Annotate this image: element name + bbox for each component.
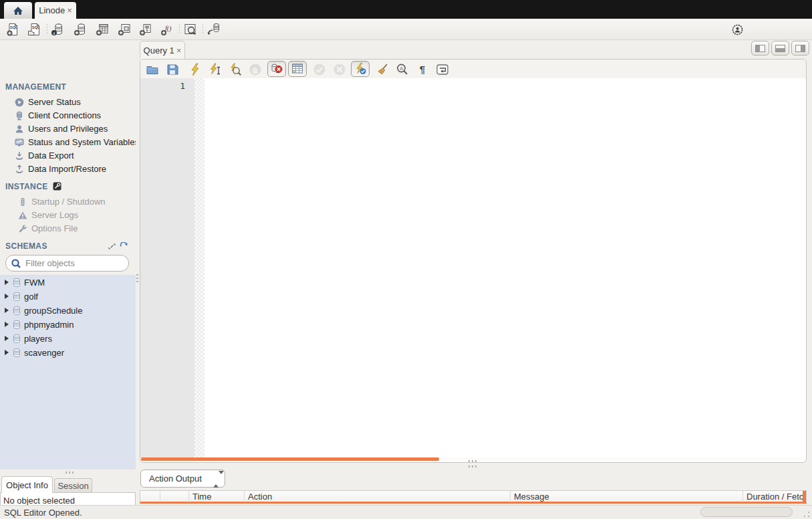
output-splitter-handle[interactable] xyxy=(468,465,478,468)
create-view-icon[interactable] xyxy=(117,22,132,37)
sidebar: MANAGEMENT Server Status Client Connecti… xyxy=(0,40,136,505)
search-table-data-icon[interactable] xyxy=(183,22,198,37)
limit-rows-icon xyxy=(291,62,304,76)
stop-icon[interactable] xyxy=(249,63,262,76)
tab-session[interactable]: Session xyxy=(54,478,92,493)
server-status-icon xyxy=(15,98,24,107)
find-icon[interactable]: A xyxy=(396,63,409,76)
schema-name: players xyxy=(24,332,52,346)
connection-tab-label: Linode xyxy=(39,5,65,15)
svg-text:i: i xyxy=(53,31,55,35)
sidebar-item-options-file[interactable]: Options File xyxy=(0,222,136,235)
refresh-icon[interactable] xyxy=(119,242,128,251)
create-procedure-icon[interactable] xyxy=(138,22,153,37)
user-gear-icon[interactable] xyxy=(731,23,746,38)
create-table-icon[interactable] xyxy=(95,22,110,37)
tab-query-1[interactable]: Query 1 × xyxy=(140,41,185,59)
sidebar-item-client-connections[interactable]: Client Connections xyxy=(0,109,136,122)
expand-arrow-icon[interactable] xyxy=(5,322,9,327)
output-splitter-handle[interactable] xyxy=(468,460,478,462)
execute-icon[interactable] xyxy=(188,63,202,76)
sql-editor-toolbar: A ¶ xyxy=(140,60,806,78)
column-header-icon[interactable] xyxy=(140,491,160,502)
rollback-icon[interactable] xyxy=(333,63,346,76)
toggle-left-panel-button[interactable] xyxy=(751,41,769,56)
show-invisibles-icon[interactable]: ¶ xyxy=(416,63,429,76)
database-info-icon[interactable]: i xyxy=(50,22,65,37)
schema-row-fwm[interactable]: FWM xyxy=(0,276,136,290)
reconnect-dbms-icon[interactable] xyxy=(207,22,221,37)
beautify-icon[interactable] xyxy=(376,63,389,76)
column-header-time[interactable]: Time xyxy=(188,491,244,502)
resize-grip-icon[interactable] xyxy=(803,511,810,518)
sidebar-item-users-privileges[interactable]: Users and Privileges xyxy=(0,122,136,136)
execute-current-statement-icon[interactable] xyxy=(209,63,222,76)
left-panel-icon xyxy=(755,45,765,52)
sidebar-item-server-status[interactable]: Server Status xyxy=(0,96,136,109)
schema-name: golf xyxy=(24,290,38,304)
schema-row-phpmyadmin[interactable]: phpmyadmin xyxy=(0,318,136,332)
toggle-right-panel-button[interactable] xyxy=(791,41,809,56)
search-icon xyxy=(11,258,22,270)
expand-arrow-icon[interactable] xyxy=(5,280,9,285)
expand-icon[interactable] xyxy=(108,242,116,251)
instance-section-title: INSTANCE xyxy=(5,182,61,191)
save-icon[interactable] xyxy=(166,63,179,76)
line-number: 1 xyxy=(180,81,185,91)
explain-icon[interactable] xyxy=(229,63,242,76)
column-header-index[interactable] xyxy=(160,491,188,502)
open-sql-script-icon[interactable]: SQL xyxy=(27,22,41,37)
object-info-text: No object selected xyxy=(3,496,75,505)
schema-icon xyxy=(12,278,21,288)
column-header-duration[interactable]: Duration / Fetch xyxy=(742,491,803,502)
sidebar-item-server-logs[interactable]: Server Logs xyxy=(0,209,136,222)
open-file-icon[interactable] xyxy=(146,63,159,76)
right-panel-icon xyxy=(795,45,805,52)
limit-rows-button[interactable] xyxy=(288,61,307,77)
toggle-bottom-panel-button[interactable] xyxy=(771,41,789,56)
schema-filter-input[interactable] xyxy=(25,257,124,270)
schema-row-golf[interactable]: golf xyxy=(0,290,136,304)
expand-arrow-icon[interactable] xyxy=(5,308,9,313)
stop-on-error-icon xyxy=(270,62,283,76)
spinner-icon[interactable] xyxy=(213,474,219,484)
close-icon[interactable]: × xyxy=(176,46,182,55)
expand-arrow-icon[interactable] xyxy=(5,336,9,341)
sidebar-item-label: Data Export xyxy=(28,149,74,163)
vertical-splitter-handle[interactable] xyxy=(136,274,138,284)
schema-row-scavenger[interactable]: scavenger xyxy=(0,346,136,360)
tab-label: Session xyxy=(57,481,88,491)
new-sql-tab-icon[interactable]: SQL xyxy=(5,22,20,37)
sidebar-item-startup-shutdown[interactable]: Startup / Shutdown xyxy=(0,195,136,209)
sidebar-splitter-handle[interactable] xyxy=(65,472,75,474)
management-section-title: MANAGEMENT xyxy=(5,82,66,92)
create-function-icon[interactable]: f() xyxy=(160,22,174,37)
schema-filter xyxy=(5,255,129,272)
tab-label: Object Info xyxy=(6,480,48,490)
close-icon[interactable]: × xyxy=(67,6,72,15)
toggle-autocommit-button[interactable] xyxy=(351,61,370,77)
editor-hscrollbar-thumb[interactable] xyxy=(141,457,439,461)
create-schema-icon[interactable] xyxy=(73,22,88,37)
sql-code-area[interactable] xyxy=(205,78,806,457)
sidebar-item-label: Data Import/Restore xyxy=(28,163,106,176)
wrap-text-icon[interactable] xyxy=(436,63,449,76)
connection-tab[interactable]: Linode × xyxy=(35,2,76,19)
commit-icon[interactable] xyxy=(313,63,326,76)
tab-object-info[interactable]: Object Info xyxy=(1,476,53,493)
sidebar-item-data-export[interactable]: Data Export xyxy=(0,149,136,163)
home-tab[interactable] xyxy=(4,2,32,19)
output-vscrollbar-thumb[interactable] xyxy=(803,491,806,502)
expand-arrow-icon[interactable] xyxy=(5,294,9,299)
toggle-stop-on-error-button[interactable] xyxy=(267,61,286,77)
column-header-message[interactable]: Message xyxy=(510,491,742,502)
sidebar-item-label: Server Logs xyxy=(31,209,78,222)
output-selector[interactable]: Action Output xyxy=(140,470,225,488)
schema-name: FWM xyxy=(24,276,45,290)
sidebar-item-system-variables[interactable]: Status and System Variables xyxy=(0,136,136,149)
schema-row-groupschedule[interactable]: groupSchedule xyxy=(0,304,136,318)
column-header-action[interactable]: Action xyxy=(244,491,510,502)
expand-arrow-icon[interactable] xyxy=(5,350,9,355)
schema-row-players[interactable]: players xyxy=(0,332,136,346)
sidebar-item-data-import[interactable]: Data Import/Restore xyxy=(0,163,136,176)
